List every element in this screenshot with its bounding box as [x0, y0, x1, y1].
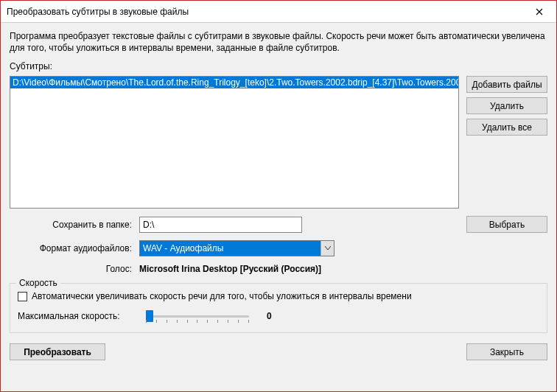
- auto-speed-row: Автоматически увеличивать скорость речи …: [18, 291, 539, 301]
- chevron-down-icon[interactable]: [320, 241, 334, 256]
- audio-format-row: Формат аудиофайлов: WAV - Аудиофайлы: [10, 240, 547, 256]
- client-area: Программа преобразует текстовые файлы с …: [1, 23, 556, 391]
- voice-value: Microsoft Irina Desktop [Русский (Россия…: [139, 264, 321, 274]
- slider-ticks: [146, 320, 249, 323]
- list-item[interactable]: D:\Video\Фильмы\Смотрено\The.Lord.of.the…: [10, 77, 458, 88]
- max-speed-label: Максимальная скорость:: [18, 311, 136, 321]
- convert-button[interactable]: Преобразовать: [10, 343, 105, 360]
- voice-row: Голос: Microsoft Irina Desktop [Русский …: [10, 264, 547, 274]
- slider-track-line: [146, 315, 249, 318]
- audio-format-label: Формат аудиофайлов:: [10, 243, 135, 253]
- add-files-button[interactable]: Добавить файлы: [466, 76, 547, 93]
- save-folder-row: Сохранить в папке: D:\ Выбрать: [10, 216, 547, 233]
- close-button[interactable]: Закрыть: [466, 343, 547, 360]
- max-speed-slider[interactable]: [146, 309, 249, 323]
- save-folder-label: Сохранить в папке:: [10, 220, 135, 230]
- audio-format-select[interactable]: WAV - Аудиофайлы: [139, 240, 334, 256]
- speed-group: Скорость Автоматически увеличивать скоро…: [10, 283, 547, 333]
- auto-speed-label[interactable]: Автоматически увеличивать скорость речи …: [32, 291, 412, 301]
- delete-button[interactable]: Удалить: [466, 97, 547, 114]
- max-speed-row: Максимальная скорость: 0: [18, 309, 539, 323]
- save-folder-input[interactable]: D:\: [139, 217, 302, 233]
- max-speed-value: 0: [267, 311, 272, 321]
- browse-button[interactable]: Выбрать: [466, 216, 547, 233]
- voice-label: Голос:: [10, 264, 135, 274]
- delete-all-button[interactable]: Удалить все: [466, 119, 547, 136]
- subtitles-listbox[interactable]: D:\Video\Фильмы\Смотрено\The.Lord.of.the…: [10, 76, 459, 209]
- title-bar: Преобразовать субтитры в звуковые файлы: [1, 1, 556, 23]
- side-buttons: Добавить файлы Удалить Удалить все: [466, 76, 547, 209]
- auto-speed-checkbox[interactable]: [18, 292, 27, 301]
- dialog-window: Преобразовать субтитры в звуковые файлы …: [0, 0, 557, 392]
- bottom-buttons: Преобразовать Закрыть: [10, 343, 547, 360]
- audio-format-value: WAV - Аудиофайлы: [140, 241, 320, 256]
- window-title: Преобразовать субтитры в звуковые файлы: [7, 7, 522, 17]
- close-icon[interactable]: [522, 1, 556, 23]
- description-text: Программа преобразует текстовые файлы с …: [10, 30, 547, 54]
- speed-group-title: Скорость: [16, 278, 60, 288]
- subtitles-row: D:\Video\Фильмы\Смотрено\The.Lord.of.the…: [10, 76, 547, 209]
- subtitles-label: Субтитры:: [10, 61, 547, 71]
